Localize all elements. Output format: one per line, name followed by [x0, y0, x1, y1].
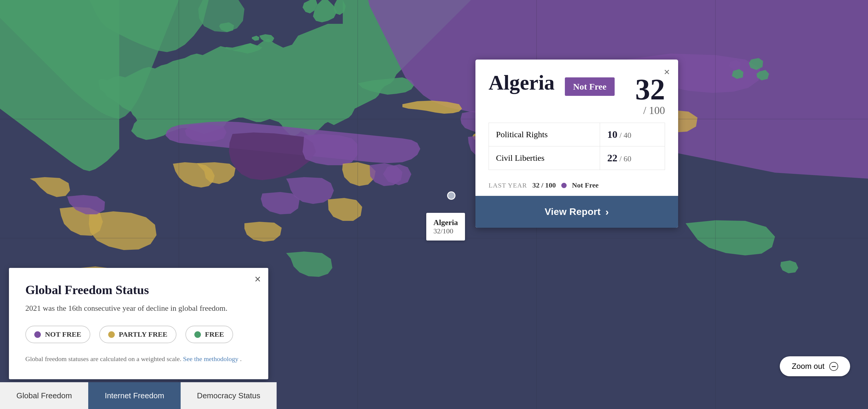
tab-democracy-status[interactable]: Democracy Status — [181, 382, 277, 409]
methodology-link-text: See the methodology — [183, 355, 239, 363]
free-dot — [194, 331, 201, 338]
map-indicator — [447, 192, 456, 200]
free-label: FREE — [205, 331, 224, 338]
algeria-small-tooltip: Algeria 32/100 — [426, 213, 465, 240]
badge-not-free[interactable]: NOT FREE — [25, 326, 90, 343]
civil-liberties-label: Civil Liberties — [489, 146, 600, 170]
last-year-score: 32 / 100 — [532, 181, 556, 189]
civil-liberties-score-cell: 22 / 60 — [600, 146, 665, 170]
not-free-dot — [34, 331, 41, 338]
popup-country-name: Algeria — [489, 72, 555, 93]
panel-close-button[interactable]: × — [254, 274, 261, 284]
tab-internet-freedom[interactable]: Internet Freedom — [88, 382, 180, 409]
table-row-political-rights: Political Rights 10 / 40 — [489, 123, 665, 146]
table-row-civil-liberties: Civil Liberties 22 / 60 — [489, 146, 665, 170]
view-report-arrow: › — [606, 206, 609, 217]
political-rights-score: 10 — [607, 129, 617, 140]
popup-status-badge: Not Free — [565, 77, 615, 96]
partly-free-label: PARTLY FREE — [119, 331, 167, 338]
last-year-status-dot — [561, 183, 567, 188]
view-report-label: View Report — [545, 206, 600, 217]
algeria-popup: × Algeria Not Free 32 / 100 Political Ri… — [475, 60, 678, 228]
view-report-button[interactable]: View Report › — [475, 196, 678, 228]
popup-table: Political Rights 10 / 40 Civil Liberties… — [489, 123, 665, 170]
tab-global-freedom-label: Global Freedom — [17, 391, 72, 400]
badge-free[interactable]: FREE — [185, 326, 233, 343]
tab-global-freedom[interactable]: Global Freedom — [0, 382, 88, 409]
last-year-status: Not Free — [572, 181, 599, 189]
not-free-label: NOT FREE — [45, 331, 82, 338]
methodology-link[interactable]: See the methodology — [183, 355, 240, 363]
tooltip-country-name: Algeria — [433, 218, 458, 227]
popup-close-button[interactable]: × — [664, 66, 670, 78]
panel-note-period: . — [240, 355, 242, 363]
popup-header-inner: Algeria Not Free 32 / 100 — [489, 71, 665, 117]
panel-description: 2021 was the 16th consecutive year of de… — [25, 303, 252, 314]
popup-score-big: 32 — [635, 73, 665, 106]
bottom-tabs: Global Freedom Internet Freedom Democrac… — [0, 382, 277, 409]
zoom-out-label: Zoom out — [792, 362, 825, 371]
civil-liberties-score: 22 — [607, 152, 617, 163]
partly-free-dot — [108, 331, 115, 338]
tooltip-country-score: 32/100 — [433, 227, 458, 235]
global-freedom-panel: × Global Freedom Status 2021 was the 16t… — [9, 268, 268, 379]
tab-internet-freedom-label: Internet Freedom — [104, 391, 164, 400]
zoom-minus-icon: − — [829, 362, 838, 371]
popup-header: × Algeria Not Free 32 / 100 — [475, 60, 678, 123]
badge-partly-free[interactable]: PARTLY FREE — [99, 326, 177, 343]
last-year-label: LAST YEAR — [489, 181, 527, 189]
popup-score-denom: / 100 — [643, 104, 665, 116]
zoom-out-button[interactable]: Zoom out − — [780, 356, 850, 376]
political-rights-score-cell: 10 / 40 — [600, 123, 665, 146]
panel-note-text: Global freedom statuses are calculated o… — [25, 355, 182, 363]
popup-score-container: 32 / 100 — [635, 71, 665, 117]
tab-democracy-status-label: Democracy Status — [197, 391, 260, 400]
panel-note: Global freedom statuses are calculated o… — [25, 355, 252, 363]
civil-liberties-denom: / 60 — [619, 155, 631, 163]
political-rights-label: Political Rights — [489, 123, 600, 146]
political-rights-denom: / 40 — [619, 131, 631, 140]
popup-last-year: LAST YEAR 32 / 100 Not Free — [475, 176, 678, 196]
panel-title: Global Freedom Status — [25, 283, 252, 297]
popup-left: Algeria Not Free — [489, 71, 615, 105]
freedom-badges-container: NOT FREE PARTLY FREE FREE — [25, 326, 252, 343]
